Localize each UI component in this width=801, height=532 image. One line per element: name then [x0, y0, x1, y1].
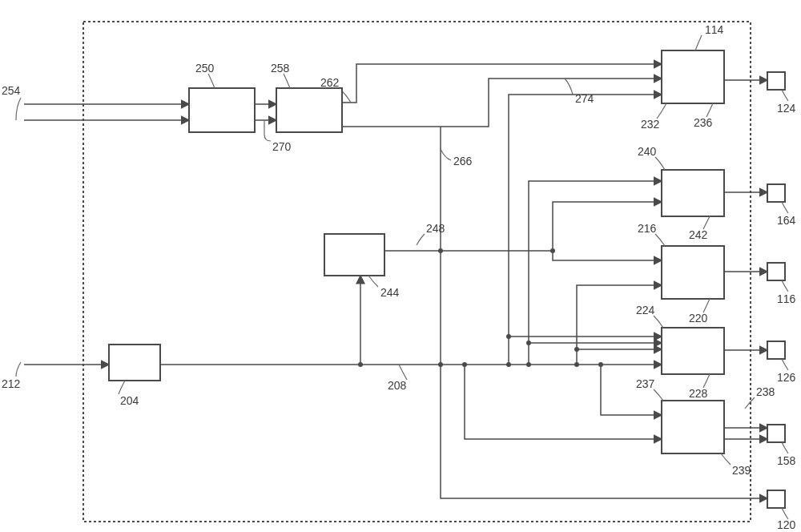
jct-690-313	[550, 248, 555, 253]
terminal-120	[767, 490, 785, 508]
leader-270	[264, 120, 271, 141]
jct-660-455	[526, 362, 531, 367]
terminal-126	[767, 341, 785, 359]
leader-274	[565, 79, 573, 95]
jct-720-455	[574, 362, 579, 367]
label-242: 242	[689, 228, 708, 241]
block-250	[189, 88, 255, 132]
label-236: 236	[694, 116, 713, 129]
jct-450-455	[358, 362, 363, 367]
leader-208	[399, 365, 407, 380]
leader-244	[368, 276, 378, 287]
label-116: 116	[777, 292, 796, 305]
label-158: 158	[777, 454, 796, 467]
label-258: 258	[271, 62, 290, 75]
label-237: 237	[636, 377, 655, 390]
leader-236	[706, 103, 713, 117]
block-258	[276, 88, 342, 132]
block-237	[662, 401, 724, 453]
wire-266-to-114	[441, 79, 662, 127]
wire-to-216-2	[577, 285, 662, 365]
label-262: 262	[320, 76, 340, 89]
leader-216	[655, 234, 665, 246]
leader-220	[703, 299, 710, 312]
leader-228	[703, 374, 710, 388]
label-238: 238	[756, 385, 775, 398]
module-boundary	[83, 22, 751, 522]
label-228: 228	[689, 387, 708, 400]
label-232: 232	[641, 118, 660, 131]
terminal-158	[767, 425, 785, 442]
leader-t126	[782, 359, 788, 370]
terminal-116	[767, 263, 785, 280]
label-120: 120	[777, 518, 796, 531]
label-126: 126	[777, 371, 796, 384]
terminal-164	[767, 184, 785, 202]
leader-266	[441, 149, 451, 160]
label-208: 208	[388, 379, 407, 392]
leader-232	[657, 103, 666, 119]
label-204: 204	[120, 394, 139, 407]
block-244	[324, 234, 384, 276]
label-212: 212	[2, 377, 21, 390]
leader-242	[703, 216, 710, 229]
leader-248	[417, 234, 425, 245]
label-224: 224	[636, 304, 655, 316]
leader-237	[654, 389, 663, 401]
label-274: 274	[575, 92, 594, 105]
label-244: 244	[380, 286, 400, 299]
leader-t164	[782, 202, 788, 213]
leader-212	[16, 362, 21, 377]
label-164: 164	[777, 214, 796, 227]
wire-to-237-2	[465, 365, 662, 439]
jct-750-455	[598, 362, 603, 367]
jct-580-455	[462, 362, 467, 367]
jct-635-455	[506, 362, 511, 367]
label-216: 216	[638, 222, 657, 235]
label-248: 248	[426, 222, 445, 235]
leader-204	[119, 381, 125, 394]
leader-239	[721, 453, 731, 465]
leader-254	[16, 98, 21, 120]
leader-240	[655, 157, 665, 170]
block-240	[662, 170, 724, 216]
block-diagram: 204 244 250 258 114 232 236 240 242 216 …	[0, 0, 801, 532]
leader-t120	[782, 508, 788, 519]
leader-t158	[782, 442, 788, 453]
terminal-124	[767, 72, 785, 90]
leader-258	[284, 74, 290, 88]
block-204	[109, 345, 160, 381]
label-250: 250	[195, 62, 215, 75]
leader-224	[654, 316, 663, 328]
block-224	[662, 328, 724, 374]
label-270: 270	[272, 140, 292, 153]
label-220: 220	[689, 312, 708, 324]
wire-258-top-out	[342, 64, 662, 103]
leader-250	[208, 74, 215, 88]
label-266: 266	[453, 155, 473, 167]
wire-to-216-1	[553, 251, 662, 260]
block-216	[662, 246, 724, 299]
label-124: 124	[777, 102, 796, 115]
leader-114	[695, 35, 702, 50]
leader-t116	[782, 280, 788, 292]
label-114: 114	[705, 23, 724, 36]
block-232	[662, 50, 724, 103]
wire-to-240-2	[441, 202, 662, 251]
leader-t124	[782, 90, 788, 101]
label-254: 254	[2, 84, 21, 97]
label-239: 239	[732, 464, 751, 477]
label-240: 240	[638, 145, 657, 158]
